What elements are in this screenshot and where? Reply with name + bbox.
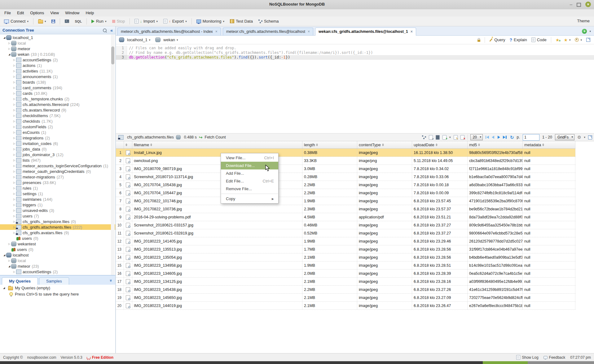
expander-icon[interactable]: ▷ (12, 204, 16, 206)
column-header-uploadDate[interactable]: uploadDate (412, 141, 468, 148)
prev-page-button[interactable] (492, 136, 494, 139)
editor-line-1[interactable]: 1// Files can be added easily with drag … (116, 46, 594, 50)
column-header-filename[interactable]: filename (132, 141, 302, 148)
expander-icon[interactable]: ▷ (12, 120, 16, 123)
feedback-button[interactable]: Feedback (543, 355, 565, 360)
collapse-sidebar-icon[interactable]: « (110, 28, 113, 33)
tree-item-accountSettings[interactable]: ▷accountSettings(2) (0, 269, 115, 274)
query-builder-button[interactable]: Query (489, 37, 505, 42)
table-row-20[interactable]: 20IMG_20180223_144019.jpg2.1MBimage/jpeg… (116, 302, 575, 310)
shell-button[interactable]: >_ (63, 19, 71, 24)
tree-item-cfs._tempstore.chunks[interactable]: ▷cfs._tempstore.chunks(2) (0, 96, 115, 102)
menu-help[interactable]: Help (82, 10, 97, 16)
tree-item-checklistItems[interactable]: ▷checklistItems(7.5K) (0, 113, 115, 118)
site-link[interactable]: nosqlbooster.com (27, 355, 56, 360)
menu-item-remove-file[interactable]: Remove File... (221, 185, 278, 193)
tree-item-wekan[interactable]: ◢wekan(33 | 0.21GB) (0, 51, 115, 57)
page-size-select[interactable]: 20 (470, 134, 483, 140)
search-icon[interactable] (103, 29, 107, 32)
expander-icon[interactable]: ▷ (12, 164, 16, 167)
tab-samples[interactable]: Samples (39, 277, 69, 285)
connect-button[interactable]: Connect ▾ (2, 18, 31, 24)
tree-item-actions[interactable]: ▷actions(1) (0, 63, 115, 68)
column-header-md5[interactable]: md5 (468, 141, 523, 148)
preview-file-icon[interactable] (126, 150, 130, 155)
tree-item-settings[interactable]: ▷settings(1) (0, 191, 115, 196)
column-header-metadata[interactable]: metadata (523, 141, 575, 148)
tree-item-cfs.avatars.filerecord[interactable]: ▷cfs.avatars.filerecord(9) (0, 107, 115, 113)
editor-tab-1[interactable]: meteor:cfs_gridfs.attachments.files@loca… (117, 28, 221, 35)
expander-icon[interactable]: ◢ (3, 287, 6, 289)
tree-item-cfs_gridfs.attachments.files[interactable]: ▷cfs_gridfs.attachments.files(222) (0, 224, 115, 230)
tree-item-boards[interactable]: ▷boards(138) (0, 79, 115, 85)
tree-item-accountSettings[interactable]: ▷accountSettings(2) (0, 57, 115, 63)
schema-button[interactable]: Schema (256, 18, 281, 24)
collapse-panel-icon[interactable]: » (109, 279, 113, 282)
preview-file-icon[interactable] (126, 287, 130, 292)
table-row-19[interactable]: 19IMG_20180223_145650.jpg2.1MBimage/jpeg… (116, 294, 575, 302)
sql-button[interactable]: SQL (73, 19, 84, 24)
table-row-7[interactable]: 7IMG_20170822_101746.jpg1.9MBimage/jpeg6… (116, 197, 575, 205)
expand-results-icon[interactable] (588, 135, 592, 139)
chevron-down-icon[interactable]: ▾ (185, 20, 187, 23)
chevron-down-icon[interactable]: ▾ (27, 20, 29, 23)
tree-item-presences[interactable]: ▷presences(33.6K) (0, 180, 115, 185)
expander-icon[interactable]: ▷ (12, 92, 16, 95)
chevron-down-icon[interactable]: ▾ (584, 136, 585, 139)
menu-item-copy[interactable]: Copy▶ (221, 195, 278, 203)
tree-item-meteor_accounts_loginServiceConfiguration[interactable]: ▷meteor_accounts_loginServiceConfigurati… (0, 163, 115, 169)
open-file-button[interactable]: ▾ (36, 18, 48, 24)
gear-icon[interactable]: ⚙ (577, 135, 581, 140)
tree-item-integrations[interactable]: ▷integrations(2) (0, 135, 115, 141)
table-row-5[interactable]: 5IMG_20170704_105438.jpg2.2MBimage/jpeg7… (116, 181, 575, 189)
tree-item-wekantest[interactable]: ▷wekantest (0, 241, 115, 247)
expander-icon[interactable]: ▷ (12, 109, 16, 112)
minimize-icon[interactable]: – (570, 2, 572, 7)
tree-item-users[interactable]: users(0) (0, 247, 115, 252)
chevron-down-icon[interactable]: ▾ (149, 38, 151, 42)
view-document-icon[interactable]: ⌕ (429, 135, 433, 140)
scrollbar-thumb[interactable] (111, 46, 114, 64)
delete-document-icon[interactable]: × (460, 135, 464, 140)
preview-file-icon[interactable] (126, 231, 130, 236)
expander-icon[interactable]: ▷ (12, 153, 16, 156)
chevron-down-icon[interactable]: ▾ (589, 30, 591, 33)
sort-icon[interactable] (125, 143, 127, 146)
expander-icon[interactable]: ▷ (12, 187, 16, 190)
monitoring-button[interactable]: Monitoring ▾ (194, 18, 227, 24)
tree-item-unsaved-edits[interactable]: ▷unsaved-edits(3) (0, 208, 115, 213)
tree-item-localhost_1[interactable]: ◢localhost_1 (0, 35, 115, 40)
fetch-count-label[interactable]: Fetch Count (205, 135, 226, 139)
chevron-down-icon[interactable]: ▾ (45, 20, 46, 23)
tree-item-users[interactable]: ▷users(7) (0, 213, 115, 219)
add-favorite-icon[interactable]: ★ (556, 38, 560, 42)
table-row-10[interactable]: 10Screenshot_20180621-033157.jpg0.46MBim… (116, 221, 575, 229)
tree-item-customFields[interactable]: ▷customFields(2) (0, 124, 115, 129)
favorites-button[interactable]: ★ ▾ (564, 38, 570, 42)
preview-file-icon[interactable] (126, 271, 130, 276)
table-row-3[interactable]: 3IMG_20180709_080719.jpg3.0MBimage/jpeg7… (116, 165, 575, 173)
expander-icon[interactable]: ◢ (2, 36, 6, 39)
tree-item-checklists[interactable]: ▷checklists(1.7K) (0, 118, 115, 124)
lock-icon[interactable] (477, 40, 480, 42)
expander-icon[interactable]: ▷ (12, 59, 16, 61)
tree-item-activities[interactable]: ▷activities(11.1K) (0, 68, 115, 74)
table-row-17[interactable]: 17IMG_20180223_134125.jpg2.1MBimage/jpeg… (116, 278, 575, 286)
preview-file-icon[interactable] (126, 215, 130, 220)
editor-line-2[interactable]: 2// Find by name e.g. db.getCollection("… (116, 50, 594, 55)
expander-icon[interactable]: ▷ (12, 75, 16, 78)
expander-icon[interactable]: ▷ (12, 86, 16, 89)
menu-window[interactable]: Window (62, 10, 82, 16)
tree-item-esCounts[interactable]: ▷esCounts(1) (0, 129, 115, 135)
expander-icon[interactable]: ▷ (12, 125, 16, 128)
tree-item-users[interactable]: users(0) (0, 235, 115, 241)
maximize-icon[interactable] (577, 3, 581, 7)
breadcrumb-connection[interactable]: localhost_1 ▾ (119, 37, 150, 42)
sort-icon[interactable] (382, 143, 384, 146)
table-row-1[interactable]: 1Install_Linux.jpg0.38MBimage/jpeg16.11.… (116, 149, 575, 157)
view-mode-select[interactable]: GridFs (555, 134, 574, 140)
chevron-down-icon[interactable]: ▾ (105, 20, 107, 23)
expander-icon[interactable]: ▷ (12, 114, 16, 117)
menu-options[interactable]: Options (27, 10, 47, 16)
expander-icon[interactable]: ◢ (7, 265, 11, 268)
